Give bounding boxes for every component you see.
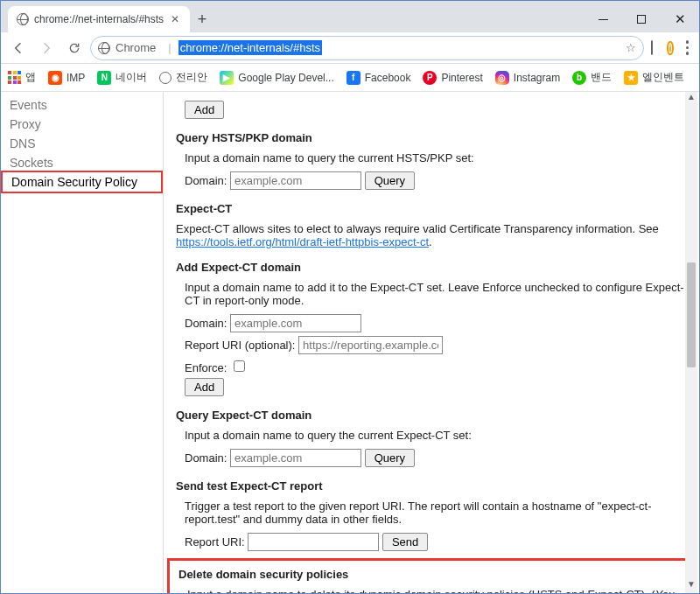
bookmark-label: 엘인벤트 bbox=[642, 70, 684, 85]
expect-ct-spec-link[interactable]: https://tools.ietf.org/html/draft-ietf-h… bbox=[176, 235, 429, 248]
bookmark-label: 전리안 bbox=[176, 70, 207, 85]
query-expect-button[interactable]: Query bbox=[365, 449, 415, 467]
omnibox-url[interactable]: chrome://net-internals/#hsts bbox=[178, 40, 322, 55]
net-internals-sidebar: Events Proxy DNS Sockets Domain Security… bbox=[1, 92, 164, 593]
bookmark-naver[interactable]: N 네이버 bbox=[97, 70, 147, 85]
section-expect-ct: Expect-CT bbox=[176, 202, 687, 215]
main-panel: Add Query HSTS/PKP domain Input a domain… bbox=[164, 92, 699, 593]
add-expect-enforce-checkbox[interactable] bbox=[234, 360, 245, 372]
label-domain: Domain: bbox=[185, 317, 227, 330]
desc-add-expect-ct: Input a domain name to add it to the Exp… bbox=[185, 281, 687, 307]
add-expect-domain-input[interactable] bbox=[230, 314, 361, 332]
bookmark-label: Pinterest bbox=[441, 72, 482, 84]
apps-icon bbox=[8, 71, 21, 84]
bookmark-star-icon[interactable]: ☆ bbox=[626, 41, 636, 54]
section-add-expect-ct: Add Expect-CT domain bbox=[176, 261, 687, 274]
bookmark-label: IMP bbox=[66, 72, 85, 84]
sidebar-item-domain-security-policy[interactable]: Domain Security Policy bbox=[1, 171, 163, 193]
desc-delete-domain: Input a domain name to delete its dynami… bbox=[187, 588, 684, 593]
forward-button[interactable] bbox=[34, 36, 59, 60]
omnibox-chip: Chrome bbox=[116, 41, 156, 54]
tab-title: chrome://net-internals/#hsts bbox=[34, 13, 164, 25]
play-icon: ▶ bbox=[220, 71, 234, 85]
site-info-icon[interactable] bbox=[98, 42, 110, 54]
send-test-report-uri-input[interactable] bbox=[248, 533, 379, 551]
delete-domain-highlight-box: Delete domain security policies Input a … bbox=[167, 558, 692, 593]
sidebar-item-sockets[interactable]: Sockets bbox=[1, 153, 163, 172]
add-expect-report-uri-input[interactable] bbox=[298, 336, 443, 354]
scroll-down-icon[interactable]: ▼ bbox=[685, 579, 697, 593]
instagram-icon: ◎ bbox=[495, 71, 509, 85]
section-delete-domain: Delete domain security policies bbox=[178, 568, 684, 581]
send-test-button[interactable]: Send bbox=[382, 533, 428, 551]
section-query-hsts: Query HSTS/PKP domain bbox=[176, 131, 687, 144]
sidebar-item-proxy[interactable]: Proxy bbox=[1, 115, 163, 134]
facebook-icon: f bbox=[346, 71, 360, 85]
bookmark-instagram[interactable]: ◎ Instagram bbox=[495, 71, 560, 85]
imp-icon: ◉ bbox=[48, 71, 62, 85]
address-bar[interactable]: Chrome | chrome://net-internals/#hsts ☆ bbox=[90, 36, 644, 60]
label-enforce: Enforce: bbox=[185, 361, 227, 374]
browser-toolbar: Chrome | chrome://net-internals/#hsts ☆ … bbox=[1, 32, 699, 64]
naver-icon: N bbox=[97, 71, 111, 85]
info-extension-icon[interactable]: i bbox=[667, 41, 673, 54]
scrollbar-track[interactable]: ▲ ▼ bbox=[685, 92, 697, 593]
event-icon: ★ bbox=[624, 71, 638, 85]
extension-area: i bbox=[648, 41, 676, 54]
payment-icon[interactable] bbox=[651, 41, 653, 54]
bookmark-pinterest[interactable]: P Pinterest bbox=[423, 71, 482, 85]
scrollbar-thumb[interactable] bbox=[687, 262, 696, 367]
bookmark-label: Facebook bbox=[365, 72, 411, 84]
desc-expect-ct: Expect-CT allows sites to elect to alway… bbox=[176, 222, 687, 248]
maximize-button[interactable] bbox=[622, 6, 661, 32]
section-query-expect-ct: Query Expect-CT domain bbox=[176, 409, 687, 422]
window-controls: ✕ bbox=[584, 6, 699, 32]
desc-query-hsts: Input a domain name to query the current… bbox=[185, 151, 687, 164]
query-hsts-domain-input[interactable] bbox=[230, 171, 361, 190]
bookmark-label: 앱 bbox=[25, 70, 36, 85]
bookmark-jeonrian[interactable]: 전리안 bbox=[159, 70, 207, 85]
sidebar-item-events[interactable]: Events bbox=[1, 95, 163, 115]
query-expect-domain-input[interactable] bbox=[230, 449, 361, 467]
label-domain: Domain: bbox=[185, 451, 227, 465]
label-report-uri: Report URI: bbox=[185, 535, 245, 549]
add-expect-button[interactable]: Add bbox=[185, 378, 224, 396]
add-hsts-button[interactable]: Add bbox=[185, 101, 224, 119]
bookmark-apps[interactable]: 앱 bbox=[8, 70, 36, 85]
label-report-uri: Report URI (optional): bbox=[185, 339, 295, 352]
back-button[interactable] bbox=[6, 36, 31, 60]
bookmark-label: Instagram bbox=[514, 72, 560, 84]
window-titlebar: chrome://net-internals/#hsts ✕ + ✕ bbox=[1, 1, 699, 32]
chrome-menu-icon[interactable] bbox=[681, 40, 695, 55]
sidebar-item-dns[interactable]: DNS bbox=[1, 134, 163, 153]
bookmark-label: Google Play Devel... bbox=[238, 72, 333, 84]
globe-icon bbox=[17, 13, 29, 25]
query-hsts-button[interactable]: Query bbox=[365, 171, 415, 190]
pinterest-icon: P bbox=[423, 71, 437, 85]
browser-tab[interactable]: chrome://net-internals/#hsts ✕ bbox=[8, 6, 190, 32]
new-tab-button[interactable]: + bbox=[190, 6, 214, 32]
bookmark-googleplay[interactable]: ▶ Google Play Devel... bbox=[220, 71, 333, 85]
bookmark-event[interactable]: ★ 엘인벤트 bbox=[624, 70, 684, 85]
label-domain: Domain: bbox=[185, 174, 227, 187]
close-button[interactable]: ✕ bbox=[661, 6, 699, 32]
band-icon: b bbox=[572, 71, 586, 85]
bookmark-facebook[interactable]: f Facebook bbox=[346, 71, 411, 85]
minimize-button[interactable] bbox=[584, 6, 622, 32]
bookmark-label: 밴드 bbox=[591, 70, 612, 85]
bookmark-label: 네이버 bbox=[116, 70, 147, 85]
section-send-test-expect-ct: Send test Expect-CT report bbox=[176, 479, 687, 493]
bookmark-band[interactable]: b 밴드 bbox=[572, 70, 612, 85]
scroll-up-icon[interactable]: ▲ bbox=[685, 92, 697, 106]
desc-send-test: Trigger a test report to the given repor… bbox=[185, 500, 687, 526]
bookmark-imp[interactable]: ◉ IMP bbox=[48, 71, 85, 85]
globe-icon bbox=[159, 72, 172, 84]
bookmarks-bar: 앱 ◉ IMP N 네이버 전리안 ▶ Google Play Devel...… bbox=[1, 64, 699, 92]
desc-query-expect-ct: Input a domain name to query the current… bbox=[185, 429, 687, 442]
tab-close-icon[interactable]: ✕ bbox=[169, 13, 181, 25]
reload-button[interactable] bbox=[62, 36, 87, 60]
